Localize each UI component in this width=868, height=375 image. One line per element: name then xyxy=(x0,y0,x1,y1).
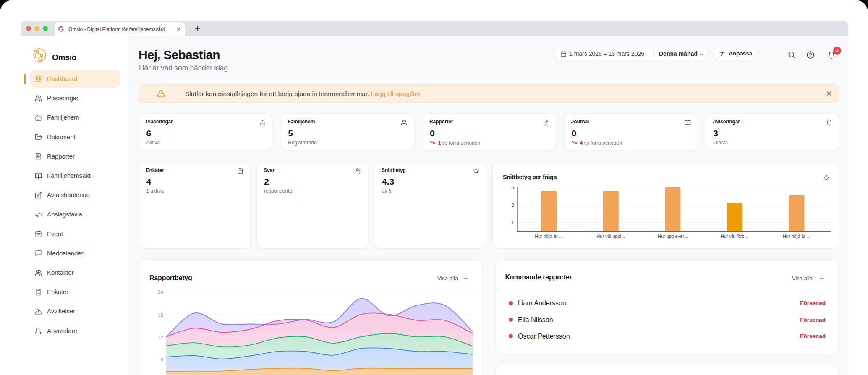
svg-text:Hur nöjd är ...: Hur nöjd är ... xyxy=(783,234,811,239)
svg-text:1: 1 xyxy=(512,220,514,225)
svg-text:5: 5 xyxy=(512,185,514,190)
svg-text:12: 12 xyxy=(158,335,163,340)
svg-text:Hur väl förb...: Hur väl förb... xyxy=(721,234,748,239)
svg-text:Hur nöjd är ...: Hur nöjd är ... xyxy=(535,234,563,239)
svg-text:24: 24 xyxy=(158,289,163,294)
svg-text:3: 3 xyxy=(512,202,514,207)
svg-text:Hur väl uppl...: Hur väl uppl... xyxy=(596,234,625,239)
svg-text:18: 18 xyxy=(158,312,163,318)
svg-text:Hur upplever...: Hur upplever... xyxy=(658,234,688,239)
svg-text:6: 6 xyxy=(161,357,163,362)
